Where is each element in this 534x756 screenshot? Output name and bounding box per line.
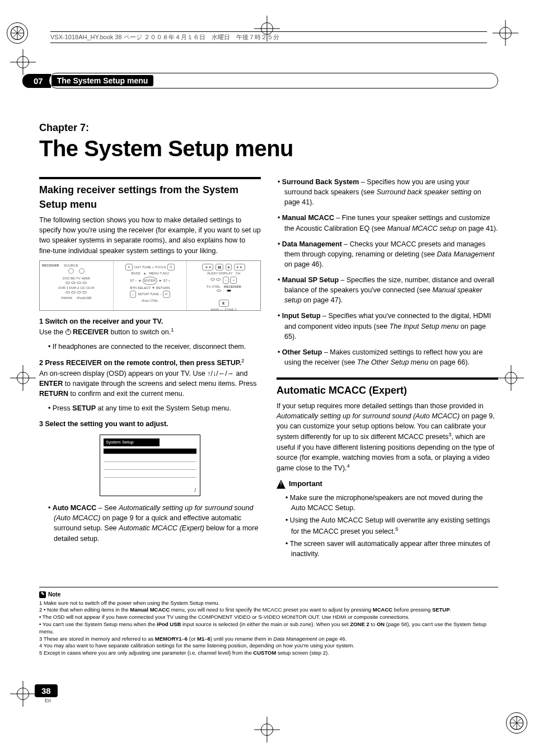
remote-btn-pause: ▮▮ <box>216 264 223 271</box>
step-1-bullet: If headphones are connected to the recei… <box>45 342 261 352</box>
remote-label-display: DISPLAY <box>219 272 233 275</box>
footnotes: ✎Note 1 Make sure not to switch off the … <box>39 587 498 657</box>
remote-label-tools: TOOLS <box>154 265 166 269</box>
remote-label-tv: TV <box>76 277 81 280</box>
page-language: En <box>45 698 51 703</box>
power-icon <box>65 329 71 335</box>
note-icon: ✎ <box>39 591 46 598</box>
step-1-title: 1 Switch on the receiver and your TV. <box>39 316 261 326</box>
item-other-setup: Other Setup – Makes customized settings … <box>277 347 498 367</box>
remote-btn-ch-plus: + <box>230 277 237 284</box>
remote-btn-stop: ■ <box>226 264 232 271</box>
chapter-title: The System Setup menu <box>39 136 498 161</box>
important-bullet-1: Make sure the microphone/speakers are no… <box>282 493 498 513</box>
item-data-management: Data Management – Checks your MCACC pres… <box>277 239 498 269</box>
osd-title: System Setup <box>104 438 160 446</box>
right-column: Surround Back System – Specifies how you… <box>277 177 498 561</box>
step-3-title: 3 Select the setting you want to adjust. <box>39 419 261 429</box>
item-input-setup: Input Setup – Specifies what you've conn… <box>277 311 498 341</box>
remote-label-out: OUT <box>134 265 141 269</box>
remote-label-cd: CD <box>80 286 85 290</box>
auto-mcacc-bullet: Auto MCACC – See Automatically setting u… <box>45 503 261 544</box>
remote-btn-next: ►► <box>234 264 245 271</box>
page-number: 38 <box>35 684 58 697</box>
remote-btn-ch-minus: – <box>223 277 229 284</box>
remote-label-bd: BD <box>71 277 75 280</box>
left-column: Making receiver settings from the System… <box>39 177 261 561</box>
remote-label-dvr2: DVR 2 <box>69 286 79 290</box>
remote-label-dvr1: DVR 1 <box>58 286 68 290</box>
remote-label-tadj: T.ADJ <box>160 272 169 275</box>
remote-btn-prev: ◄◄ <box>202 264 213 271</box>
remote-label-tune-plus: TUNE + <box>142 265 154 269</box>
remote-label-ipod-ctrl: iPod CTRL <box>142 299 158 302</box>
chapter-label: Chapter 7: <box>39 122 498 134</box>
footnote-2: 2 • Note that when editing items in the … <box>39 606 498 635</box>
registration-mark-top-left <box>7 22 28 44</box>
remote-label-ch: CH <box>236 272 241 275</box>
remote-label-receiver2: RECEIVER <box>224 285 241 288</box>
remote-label-select: SELECT <box>138 286 151 290</box>
crop-mark-bottom-left <box>10 681 36 707</box>
remote-label-receiver: RECEIVER <box>42 264 59 267</box>
remote-label-fmam: FM/AM <box>61 296 72 300</box>
section-tab: 07 The System Setup menu <box>39 73 498 88</box>
remote-label-zone2: ZONE 2 <box>224 308 237 311</box>
remote-label-btn: BTN <box>130 286 137 290</box>
remote-label-ipod: iPod/USB <box>77 296 91 300</box>
crop-mark-bottom-center <box>254 717 280 743</box>
step-2-title: 2 Press RECEIVER on the remote control, … <box>39 357 261 368</box>
section-number: 07 <box>22 74 51 88</box>
remote-label-source: SOURCE <box>64 264 78 267</box>
remote-label-tune-minus: TUNE – <box>149 292 161 296</box>
settings-list: Surround Back System – Specifies how you… <box>277 177 498 367</box>
page-content: 07 The System Setup menu Chapter 7: The … <box>39 73 498 561</box>
important-heading: ! Important <box>277 479 498 489</box>
osd-return-icon: ⤴ <box>104 488 196 493</box>
osd-paragraph: An on-screen display (OSD) appears on yo… <box>39 368 261 399</box>
remote-label-audio: AUDIO <box>207 272 218 275</box>
footnote-5: 5 Except in cases where you are only adj… <box>39 650 498 657</box>
registration-mark-bottom-right <box>506 712 527 734</box>
footnote-1: 1 Make sure not to switch off the power … <box>39 600 498 607</box>
heading-auto-mcacc-expert: Automatic MCACC (Expert) <box>277 377 498 398</box>
section-tab-title: The System Setup menu <box>57 76 148 85</box>
warning-icon: ! <box>277 480 285 489</box>
crop-mark-mid-left2 <box>10 365 36 391</box>
remote-control-illustration: RECEIVER SOURCE DVD BD TV HDMI DVR 1 DVR… <box>39 260 261 311</box>
remote-label-st-minus: ST – <box>130 279 137 282</box>
important-bullet-3: The screen saver will automatically appe… <box>282 539 498 559</box>
note-label: Note <box>48 591 60 599</box>
remote-label-menu: MENU <box>149 272 159 275</box>
remote-label-bass: BASS <box>131 272 140 275</box>
remote-label-st-plus: ST + <box>163 279 170 282</box>
remote-label-cdr: CD-R <box>86 286 94 290</box>
remote-label-enter: ENTER <box>143 277 157 285</box>
book-file-header: VSX-1018AH_HY.book 38 ページ ２００８年４月１６日 水曜日… <box>50 31 487 43</box>
auto-mcacc-paragraph: If your setup requires more detailed set… <box>277 401 498 473</box>
remote-label-dvd: DVD <box>63 277 70 280</box>
item-manual-mcacc: Manual MCACC – Fine tunes your speaker s… <box>277 213 498 233</box>
crop-mark-top-right <box>493 20 518 46</box>
crop-mark-mid-left <box>10 49 36 75</box>
remote-label-tv-ctrl: TV CTRL <box>207 285 221 288</box>
important-bullet-2: Using the Auto MCACC Setup will overwrit… <box>282 515 498 536</box>
remote-label-hdmi: HDMI <box>81 277 90 280</box>
important-label: Important <box>289 479 322 489</box>
setup-exit-bullet: Press SETUP at any time to exit the Syst… <box>45 403 261 413</box>
remote-label-main: MAIN <box>211 308 219 311</box>
step-1-body: Use the RECEIVER button to switch on.1 <box>39 326 261 337</box>
footnote-4: 4 You may also want to have separate cal… <box>39 642 498 650</box>
osd-screenshot: System Setup ⤴ <box>100 435 200 496</box>
remote-label-return: RETURN <box>156 286 170 290</box>
intro-paragraph: The following section shows you how to m… <box>39 215 261 256</box>
heading-making-receiver-settings: Making receiver settings from the System… <box>39 177 261 212</box>
footnote-3: 3 These are stored in memory and referre… <box>39 636 498 643</box>
item-manual-sp-setup: Manual SP Setup – Specifies the size, nu… <box>277 275 498 305</box>
remote-label-setup: SETUP <box>138 292 149 296</box>
item-surround-back: Surround Back System – Specifies how you… <box>277 177 498 207</box>
crop-mark-mid-right <box>498 365 524 391</box>
